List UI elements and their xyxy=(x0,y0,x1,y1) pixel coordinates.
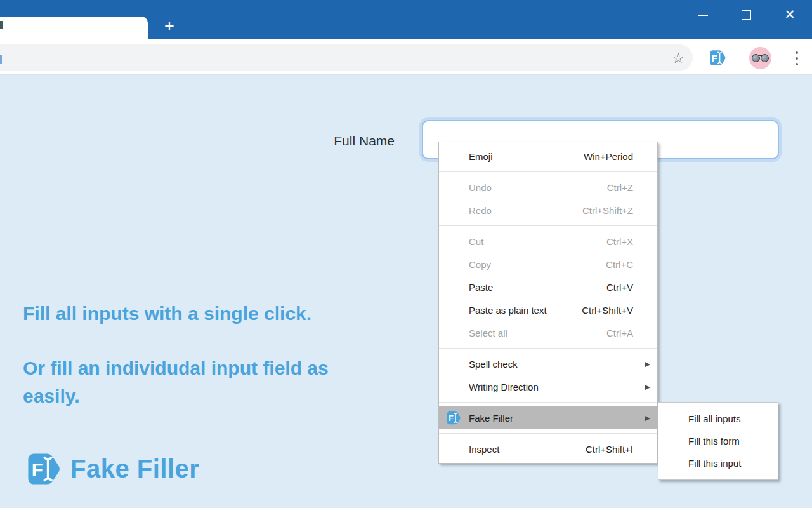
menu-item-emoji[interactable]: Emoji Win+Period xyxy=(439,145,657,168)
submenu-item-fill-all-inputs[interactable]: Fill all inputs xyxy=(658,408,778,430)
menu-item-undo[interactable]: Undo Ctrl+Z xyxy=(439,176,657,199)
brand-name-text: Fake Filler xyxy=(70,455,199,483)
browser-menu-icon[interactable] xyxy=(788,50,806,67)
menu-item-select-all[interactable]: Select all Ctrl+A xyxy=(439,321,657,344)
menu-separator xyxy=(439,225,657,226)
headline-secondary: Or fill an individudal input field as ea… xyxy=(23,354,369,410)
full-name-label: Full Name xyxy=(304,133,395,149)
browser-toolbar: ☆ xyxy=(0,39,812,75)
context-menu: Emoji Win+Period Undo Ctrl+Z Redo Ctrl+S… xyxy=(438,142,658,464)
menu-item-writing-direction[interactable]: Writing Direction ▶ xyxy=(439,375,657,398)
browser-titlebar: × + ✕ xyxy=(0,0,812,39)
tab-favicon-partial xyxy=(0,21,3,29)
menu-item-paste-plain-text[interactable]: Paste as plain text Ctrl+Shift+V xyxy=(439,298,657,321)
svg-text:F: F xyxy=(32,459,43,480)
menu-separator xyxy=(439,348,657,349)
menu-item-redo[interactable]: Redo Ctrl+Shift+Z xyxy=(439,199,657,222)
new-tab-button[interactable]: + xyxy=(159,17,180,37)
submenu-item-fill-this-input[interactable]: Fill this input xyxy=(658,452,778,474)
menu-item-cut[interactable]: Cut Ctrl+X xyxy=(439,230,657,253)
fake-filler-menu-icon: F xyxy=(446,410,461,425)
window-maximize-button[interactable] xyxy=(731,0,761,29)
fake-filler-extension-icon[interactable]: F xyxy=(709,49,726,67)
menu-item-fake-filler[interactable]: F Fake Filler ▶ xyxy=(439,406,657,429)
toolbar-separator xyxy=(738,51,738,65)
submenu-arrow-icon: ▶ xyxy=(645,383,650,391)
bookmark-star-icon[interactable]: ☆ xyxy=(670,50,686,66)
menu-separator xyxy=(439,433,657,434)
submenu-arrow-icon: ▶ xyxy=(645,360,650,368)
toolbar-edge-partial xyxy=(0,55,2,64)
window-close-button[interactable]: ✕ xyxy=(775,0,804,29)
menu-item-paste[interactable]: Paste Ctrl+V xyxy=(439,276,657,298)
fake-filler-submenu: Fill all inputs Fill this form Fill this… xyxy=(658,402,778,480)
fake-filler-brand: F Fake Filler xyxy=(25,451,199,487)
menu-item-spell-check[interactable]: Spell check ▶ xyxy=(439,352,657,375)
address-bar[interactable]: ☆ xyxy=(0,44,693,71)
menu-separator xyxy=(439,402,657,403)
svg-text:F: F xyxy=(449,414,454,423)
menu-item-inspect[interactable]: Inspect Ctrl+Shift+I xyxy=(439,438,657,460)
menu-item-copy[interactable]: Copy Ctrl+C xyxy=(439,253,657,276)
sunglasses-icon xyxy=(752,54,769,63)
submenu-arrow-icon: ▶ xyxy=(645,414,650,422)
fake-filler-logo-icon: F xyxy=(25,451,62,487)
browser-tab-active[interactable]: × xyxy=(0,17,148,39)
page-content: Full Name Fill all inputs with a single … xyxy=(0,75,812,508)
submenu-item-fill-this-form[interactable]: Fill this form xyxy=(658,430,778,452)
profile-avatar[interactable] xyxy=(749,47,771,69)
svg-text:F: F xyxy=(712,53,717,64)
window-minimize-button[interactable] xyxy=(688,0,717,29)
headline-primary: Fill all inputs with a single click. xyxy=(23,300,378,328)
menu-separator xyxy=(439,171,657,172)
